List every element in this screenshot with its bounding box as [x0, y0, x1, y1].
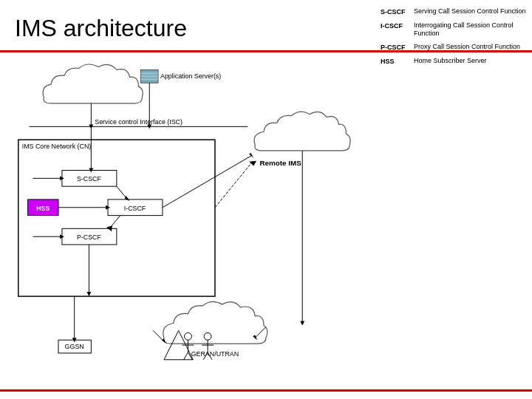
ims-core-label: IMS Core Network (CN) [22, 143, 92, 150]
legend-term-scscf: S-CSCF [381, 7, 414, 17]
svg-line-23 [163, 156, 251, 208]
svg-marker-22 [249, 161, 256, 166]
ims-core-box [18, 140, 215, 296]
legend-item-icscf: I-CSCF Interrogating Call Session Contro… [381, 21, 528, 38]
svg-marker-45 [253, 335, 257, 340]
svg-marker-24 [249, 153, 253, 158]
svg-rect-1 [140, 72, 158, 74]
border-bottom [0, 389, 532, 392]
app-server-label: Application Server(s) [160, 72, 221, 80]
cloud-remote-ims [254, 112, 350, 151]
svg-rect-2 [140, 75, 158, 77]
cloud-app-server [43, 64, 143, 103]
diagram-svg: Application Server(s) Service control In… [7, 53, 517, 389]
svg-rect-3 [140, 78, 158, 80]
i-cscf-label: I-CSCF [124, 205, 146, 212]
page-title: IMS architecture [15, 15, 187, 42]
remote-ims-label: Remote IMS [259, 159, 301, 167]
app-server-icon [140, 69, 158, 83]
svg-marker-30 [162, 338, 166, 344]
legend-desc-scscf: Serving Call Session Control Function [414, 7, 526, 16]
svg-line-44 [255, 327, 266, 338]
ggsn-label: GGSN [65, 343, 84, 350]
svg-point-31 [185, 332, 192, 340]
legend-desc-icscf: Interrogating Call Session Control Funct… [414, 21, 528, 38]
cloud-geran-utran [163, 301, 267, 344]
svg-marker-26 [86, 292, 91, 296]
legend-item-pcscf: P-CSCF Proxy Call Session Control Functi… [381, 43, 528, 52]
hss-label: HSS [36, 205, 50, 212]
legend-term-pcscf: P-CSCF [381, 43, 414, 52]
legend-item-scscf: S-CSCF Serving Call Session Control Func… [381, 7, 528, 17]
svg-marker-43 [300, 321, 304, 326]
page-container: IMS architecture S-CSCF Serving Call Ses… [0, 0, 532, 399]
p-cscf-label: P-CSCF [77, 233, 102, 241]
geran-label: GERAN/UTRAN [191, 350, 239, 358]
legend-desc-pcscf: Proxy Call Session Control Function [414, 43, 520, 52]
svg-line-21 [215, 163, 251, 208]
service-control-label: Service control Interface (ISC) [95, 118, 183, 126]
s-cscf-label: S-CSCF [77, 175, 102, 183]
svg-point-36 [204, 332, 211, 340]
legend-term-icscf: I-CSCF [381, 21, 414, 31]
svg-line-34 [184, 352, 188, 360]
